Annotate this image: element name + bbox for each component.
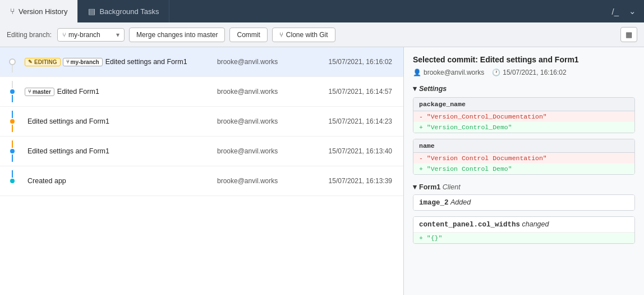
tab-background-tasks-label: Background Tasks	[99, 7, 159, 16]
commit-time-3: 15/07/2021, 16:13:40	[312, 147, 397, 155]
commit-row[interactable]: ⑂ master Edited Form1 brooke@anvil.works…	[0, 77, 403, 107]
main-content: ✎ EDITING ⑂ my-branch Edited settings an…	[0, 47, 644, 295]
commit-time-2: 15/07/2021, 16:14:23	[312, 117, 397, 125]
branch-icon: ⑂	[62, 31, 66, 38]
commit-message-4: Created app	[27, 177, 217, 185]
diff-line-removed-name: - "Version Control Documentation"	[413, 153, 634, 164]
commit-row[interactable]: Created app brooke@anvil.works 15/07/202…	[0, 166, 403, 196]
clone-button-label: Clone with Git	[286, 31, 328, 39]
commit-time-4: 15/07/2021, 16:13:39	[312, 177, 397, 185]
graph-col-3	[0, 140, 25, 162]
commit-author-4: brooke@anvil.works	[217, 177, 312, 185]
field-action-image2: Added	[450, 198, 471, 206]
version-history-icon: ⑂	[10, 7, 15, 16]
detail-time: 🕐 15/07/2021, 16:16:02	[492, 69, 566, 76]
branch-selector[interactable]: ⑂ my-branch ▾	[57, 28, 125, 42]
commit-content-2: Edited settings and Form1	[25, 117, 217, 125]
diff-block-col-widths: content_panel.col_widths changed + "{}"	[413, 216, 635, 244]
field-action-col-widths: changed	[522, 220, 549, 228]
field-name-image2: image_2	[419, 199, 449, 207]
editing-branch-label: Editing branch:	[7, 31, 52, 39]
commit-author-2: brooke@anvil.works	[217, 117, 312, 125]
form-section: ▾ Form1 Client image_2 Added content_pan…	[413, 183, 635, 244]
branch-name: my-branch	[68, 31, 100, 39]
tab-version-history[interactable]: ⑂ Version History	[0, 0, 78, 22]
clock-icon: 🕐	[492, 69, 500, 76]
chevron-down-icon: ▾	[116, 31, 119, 39]
commit-message-1: Edited Form1	[57, 88, 217, 96]
detail-meta: 👤 brooke@anvil.works 🕐 15/07/2021, 16:16…	[413, 69, 635, 76]
diff-block-image2: image_2 Added	[413, 194, 635, 211]
form-section-header[interactable]: ▾ Form1 Client	[413, 183, 635, 191]
field-col-widths-row: content_panel.col_widths changed	[413, 217, 634, 233]
user-icon: 👤	[413, 69, 421, 76]
toolbar-right: ▦	[620, 27, 637, 42]
graph-col-1	[0, 81, 25, 102]
commit-message-0: Edited settings and Form1	[105, 58, 217, 66]
commit-badges-0: ✎ EDITING ⑂ my-branch	[25, 58, 103, 66]
commit-time-1: 15/07/2021, 16:14:57	[312, 88, 397, 96]
tab-version-history-label: Version History	[19, 7, 67, 16]
commit-button[interactable]: Commit	[229, 28, 267, 42]
branch-badge: ⑂ my-branch	[63, 58, 103, 66]
header-tabs: ⑂ Version History ▤ Background Tasks /_ …	[0, 0, 644, 22]
terminal-button[interactable]: /_	[607, 4, 623, 19]
commit-message-2: Edited settings and Form1	[27, 117, 217, 125]
editing-badge: ✎ EDITING	[25, 58, 61, 66]
grid-view-button[interactable]: ▦	[620, 27, 637, 42]
commit-content-0: ✎ EDITING ⑂ my-branch Edited settings an…	[25, 58, 217, 66]
diff-line-added: + "Version_Control_Demo"	[413, 122, 634, 133]
commit-badges-1: ⑂ master	[25, 88, 54, 96]
expand-button[interactable]: ⌄	[624, 3, 641, 19]
commit-content-3: Edited settings and Form1	[25, 147, 217, 155]
commit-list: ✎ EDITING ⑂ my-branch Edited settings an…	[0, 47, 404, 295]
merge-button[interactable]: Merge changes into master	[129, 28, 225, 42]
diff-line-removed: - "Version_Control_Documentation"	[413, 111, 634, 122]
detail-author: 👤 brooke@anvil.works	[413, 69, 484, 76]
branch-master-icon: ⑂	[28, 89, 31, 94]
graph-col-2	[0, 111, 25, 132]
clone-button[interactable]: ⑂ Clone with Git	[272, 28, 335, 42]
graph-col-0	[0, 51, 25, 72]
commit-row[interactable]: ✎ EDITING ⑂ my-branch Edited settings an…	[0, 47, 403, 77]
commit-author-3: brooke@anvil.works	[217, 147, 312, 155]
tab-background-tasks[interactable]: ▤ Background Tasks	[78, 0, 169, 22]
graph-col-4	[0, 170, 25, 192]
toolbar: Editing branch: ⑂ my-branch ▾ Merge chan…	[0, 22, 644, 47]
diff-block-name: name - "Version Control Documentation" +…	[413, 139, 635, 175]
diff-key-package-name: package_name	[413, 98, 634, 111]
diff-block-package-name: package_name - "Version_Control_Document…	[413, 97, 635, 133]
field-name-col-widths: content_panel.col_widths	[419, 221, 520, 229]
form-section-label: Form1 Client	[419, 183, 461, 191]
commit-time-0: 15/07/2021, 16:16:02	[312, 58, 397, 66]
settings-label: Settings	[419, 85, 447, 93]
detail-title: Selected commit: Edited settings and For…	[413, 55, 635, 64]
commit-author-1: brooke@anvil.works	[217, 88, 312, 96]
background-tasks-icon: ▤	[88, 7, 95, 16]
commit-row[interactable]: Edited settings and Form1 brooke@anvil.w…	[0, 107, 403, 137]
master-badge: ⑂ master	[25, 88, 54, 96]
settings-section: ▾ Settings package_name - "Version_Contr…	[413, 84, 635, 175]
branch-icon: ⑂	[66, 59, 69, 65]
chevron-down-icon: ▾	[413, 84, 417, 93]
pencil-icon: ✎	[28, 59, 33, 65]
detail-panel: Selected commit: Edited settings and For…	[404, 47, 644, 295]
diff-line-added-name: + "Version Control Demo"	[413, 164, 634, 174]
header-actions: /_ ⌄	[607, 0, 644, 22]
diff-key-name: name	[413, 139, 634, 153]
clone-git-icon: ⑂	[279, 31, 283, 39]
diff-line-added-col-widths: + "{}"	[413, 233, 634, 243]
field-image2-row: image_2 Added	[413, 195, 634, 210]
commit-content-4: Created app	[25, 177, 217, 185]
chevron-down-icon: ▾	[413, 183, 417, 191]
commit-button-label: Commit	[237, 31, 260, 39]
commit-content-1: ⑂ master Edited Form1	[25, 88, 217, 96]
merge-button-label: Merge changes into master	[136, 31, 218, 39]
commit-message-3: Edited settings and Form1	[27, 147, 217, 155]
commit-author-0: brooke@anvil.works	[217, 58, 312, 66]
settings-section-header[interactable]: ▾ Settings	[413, 84, 635, 93]
commit-row[interactable]: Edited settings and Form1 brooke@anvil.w…	[0, 137, 403, 166]
